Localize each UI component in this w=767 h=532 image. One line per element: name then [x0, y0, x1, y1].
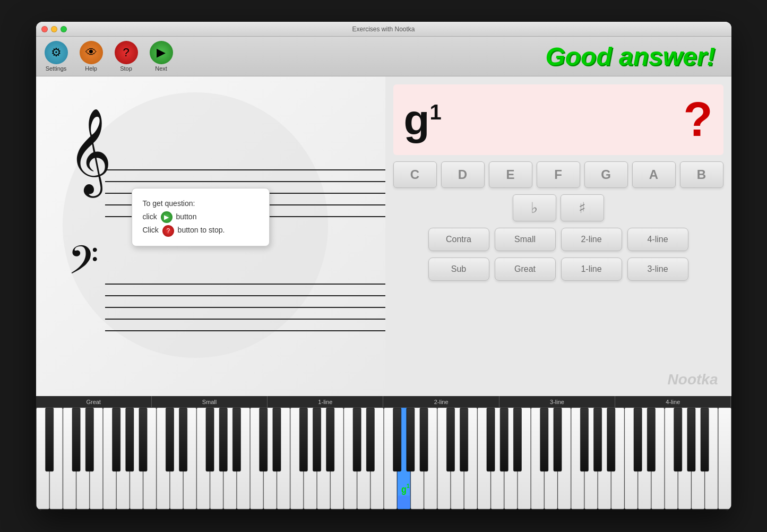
four-line-button[interactable]: 4-line	[627, 228, 688, 251]
tooltip-line2: click ▶ button	[143, 210, 258, 224]
svg-rect-87	[701, 408, 709, 471]
stop-button[interactable]: ? Stop	[111, 40, 141, 73]
contra-button[interactable]: Contra	[428, 228, 489, 251]
three-line-button[interactable]: 3-line	[627, 258, 688, 281]
tooltip-line1: To get question:	[143, 197, 258, 210]
octave-row-1: Contra Small 2-line 4-line	[393, 228, 723, 251]
help-button[interactable]: 👁 Help	[76, 40, 106, 73]
note-name-display: g1	[404, 99, 442, 141]
svg-rect-64	[272, 408, 280, 471]
svg-rect-73	[446, 408, 454, 471]
svg-rect-83	[634, 408, 642, 471]
svg-rect-72	[420, 408, 428, 471]
svg-rect-56	[125, 408, 133, 471]
left-panel: 𝄞 𝄢	[36, 76, 385, 396]
octave-label-1line: 1-line	[268, 396, 383, 407]
octave-row-2: Sub Great 1-line 3-line	[393, 258, 723, 281]
next-icon: ▶	[150, 41, 173, 64]
note-letter-buttons: C D E F G A B	[393, 161, 723, 188]
note-btn-D[interactable]: D	[441, 161, 485, 188]
svg-rect-78	[540, 408, 548, 471]
tooltip-box: To get question: click ▶ button Click ? …	[132, 188, 270, 246]
svg-rect-69	[366, 408, 374, 471]
window-title: Exercises with Nootka	[352, 25, 415, 33]
sub-button[interactable]: Sub	[428, 258, 489, 281]
next-button[interactable]: ▶ Next	[146, 40, 176, 73]
note-btn-B[interactable]: B	[680, 161, 723, 188]
piano-keyboard[interactable]: g1	[36, 408, 731, 510]
svg-rect-70	[393, 408, 401, 471]
svg-rect-54	[85, 408, 93, 471]
main-window: Exercises with Nootka ⚙ Settings 👁 Help …	[36, 22, 731, 510]
bass-clef-symbol: 𝄢	[68, 241, 99, 289]
svg-rect-76	[500, 408, 508, 471]
bass-staff	[105, 284, 385, 331]
settings-label: Settings	[46, 65, 67, 72]
svg-rect-52	[45, 408, 53, 471]
two-line-button[interactable]: 2-line	[561, 228, 622, 251]
svg-rect-71	[406, 408, 414, 471]
octave-label-3line: 3-line	[499, 396, 615, 407]
settings-button[interactable]: ⚙ Settings	[41, 40, 71, 73]
svg-rect-79	[553, 408, 561, 471]
sharp-button[interactable]: ♯	[561, 194, 604, 221]
octave-label-row: Great Small 1-line 2-line 3-line 4-line	[36, 396, 731, 408]
svg-rect-58	[166, 408, 174, 471]
svg-rect-82	[607, 408, 615, 471]
svg-rect-61	[219, 408, 227, 471]
svg-text:g: g	[401, 484, 406, 495]
help-icon: 👁	[80, 41, 103, 64]
note-btn-C[interactable]: C	[393, 161, 437, 188]
svg-rect-67	[326, 408, 334, 471]
svg-rect-59	[179, 408, 187, 471]
minimize-button[interactable]	[51, 26, 57, 32]
svg-rect-55	[112, 408, 120, 471]
svg-rect-77	[513, 408, 521, 471]
svg-rect-68	[353, 408, 361, 471]
svg-rect-80	[580, 408, 588, 471]
svg-rect-60	[205, 408, 213, 471]
svg-rect-57	[139, 408, 146, 471]
stop-icon-inline: ?	[162, 225, 174, 237]
tooltip-line3: Click ? button to stop.	[143, 224, 258, 237]
maximize-button[interactable]	[61, 26, 67, 32]
note-btn-E[interactable]: E	[489, 161, 532, 188]
svg-rect-84	[647, 408, 655, 471]
note-display-area: g1 ?	[393, 84, 723, 155]
settings-icon: ⚙	[45, 41, 68, 64]
svg-rect-62	[232, 408, 240, 471]
note-btn-G[interactable]: G	[584, 161, 628, 188]
octave-label-2line: 2-line	[383, 396, 499, 407]
stop-label: Stop	[120, 65, 132, 72]
svg-rect-81	[593, 408, 601, 471]
svg-rect-74	[460, 408, 468, 471]
good-answer-text: Good answer!	[545, 42, 726, 71]
main-content: 𝄞 𝄢	[36, 76, 731, 396]
treble-clef-symbol: 𝄞	[68, 114, 112, 188]
octave-label-great: Great	[36, 396, 152, 407]
svg-rect-53	[72, 408, 80, 471]
play-icon-inline: ▶	[161, 211, 173, 223]
small-button[interactable]: Small	[495, 228, 556, 251]
svg-rect-51	[718, 408, 731, 509]
note-btn-A[interactable]: A	[632, 161, 676, 188]
octave-label-small: Small	[152, 396, 268, 407]
nootka-watermark: Nootka	[393, 371, 723, 388]
great-button[interactable]: Great	[495, 258, 556, 281]
right-panel: g1 ? C D E F G A B ♭ ♯ Contra	[385, 76, 731, 396]
note-octave-sup: 1	[429, 100, 441, 124]
svg-rect-65	[299, 408, 307, 471]
svg-rect-86	[687, 408, 695, 471]
svg-rect-75	[486, 408, 494, 471]
help-label: Help	[85, 65, 97, 72]
accidental-buttons: ♭ ♯	[393, 194, 723, 221]
one-line-button[interactable]: 1-line	[561, 258, 622, 281]
close-button[interactable]	[41, 26, 48, 32]
flat-button[interactable]: ♭	[513, 194, 556, 221]
window-controls	[41, 26, 67, 32]
next-label: Next	[155, 65, 167, 72]
svg-rect-66	[313, 408, 321, 471]
piano-section: Great Small 1-line 2-line 3-line 4-line	[36, 396, 731, 510]
svg-text:1: 1	[407, 483, 410, 490]
note-btn-F[interactable]: F	[537, 161, 580, 188]
